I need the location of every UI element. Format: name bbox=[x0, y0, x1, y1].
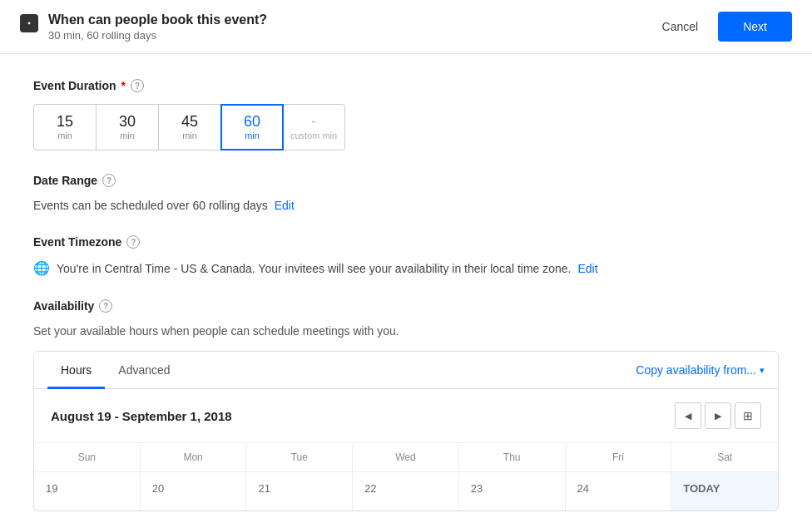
availability-label: Availability ? bbox=[33, 299, 779, 313]
calendar-prev-button[interactable]: ◀ bbox=[675, 402, 701, 429]
date-range-section: Date Range ? Events can be scheduled ove… bbox=[33, 174, 779, 212]
event-timezone-section: Event Timezone ? 🌐 You're in Central Tim… bbox=[33, 235, 779, 276]
next-button[interactable]: Next bbox=[718, 12, 792, 42]
duration-btn-30[interactable]: 30 min bbox=[96, 104, 159, 150]
date-range-text: Date Range bbox=[33, 174, 97, 187]
duration-btn-15[interactable]: 15 min bbox=[33, 104, 97, 150]
duration-45-unit: min bbox=[182, 131, 197, 141]
date-range-description: Events can be scheduled over 60 rolling … bbox=[33, 199, 268, 212]
required-indicator: * bbox=[121, 79, 126, 92]
event-timezone-help-icon[interactable]: ? bbox=[126, 235, 140, 249]
header-left: When can people book this event? 30 min,… bbox=[20, 12, 267, 42]
date-range-label: Date Range ? bbox=[33, 174, 779, 187]
duration-30-unit: min bbox=[120, 131, 135, 141]
main-content: Event Duration * ? 15 min 30 min 45 min … bbox=[0, 54, 812, 513]
page-subtitle: 30 min, 60 rolling days bbox=[48, 29, 267, 42]
date-cell-today[interactable]: TODAY bbox=[671, 472, 778, 511]
availability-section: Availability ? Set your available hours … bbox=[33, 299, 779, 511]
calendar-days-header: Sun Mon Tue Wed Thu Fri Sat bbox=[34, 443, 778, 472]
calendar-grid: Sun Mon Tue Wed Thu Fri Sat 19 20 21 22 … bbox=[34, 443, 778, 511]
calendar-title: August 19 - September 1, 2018 bbox=[51, 409, 232, 423]
timezone-edit-link[interactable]: Edit bbox=[577, 262, 597, 275]
cancel-button[interactable]: Cancel bbox=[652, 13, 709, 40]
duration-btn-45[interactable]: 45 min bbox=[158, 104, 221, 150]
duration-custom-unit: custom min bbox=[290, 131, 337, 141]
event-timezone-label: Event Timezone ? bbox=[33, 235, 779, 249]
availability-help-icon[interactable]: ? bbox=[99, 299, 112, 313]
date-cell-20[interactable]: 20 bbox=[141, 472, 247, 511]
chevron-down-icon: ▾ bbox=[760, 365, 765, 376]
date-cell-21[interactable]: 21 bbox=[246, 472, 353, 511]
event-duration-section: Event Duration * ? 15 min 30 min 45 min … bbox=[33, 79, 779, 150]
calendar-grid-button[interactable]: ⊞ bbox=[735, 402, 761, 429]
day-header-fri: Fri bbox=[566, 443, 672, 471]
availability-description: Set your available hours when people can… bbox=[33, 324, 779, 338]
day-header-wed: Wed bbox=[353, 443, 459, 471]
availability-text: Availability bbox=[33, 299, 94, 313]
page-title: When can people book this event? bbox=[48, 12, 267, 27]
tab-advanced[interactable]: Advanced bbox=[105, 352, 183, 389]
date-cell-19[interactable]: 19 bbox=[34, 472, 141, 511]
event-icon bbox=[20, 14, 38, 32]
day-header-tue: Tue bbox=[246, 443, 353, 471]
event-duration-help-icon[interactable]: ? bbox=[131, 79, 144, 92]
date-cell-22[interactable]: 22 bbox=[353, 472, 459, 511]
duration-custom-value: - bbox=[311, 114, 316, 131]
duration-15-value: 15 bbox=[57, 114, 73, 131]
date-range-help-icon[interactable]: ? bbox=[102, 174, 116, 187]
day-header-mon: Mon bbox=[141, 443, 247, 471]
availability-tabs-card: Hours Advanced Copy availability from...… bbox=[33, 351, 779, 511]
globe-icon: 🌐 bbox=[33, 260, 50, 276]
duration-btn-60[interactable]: 60 min bbox=[220, 104, 284, 150]
duration-60-value: 60 bbox=[244, 114, 260, 131]
timezone-description: You're in Central Time - US & Canada. Yo… bbox=[57, 262, 571, 275]
event-duration-label: Event Duration * ? bbox=[33, 79, 779, 92]
header-title-block: When can people book this event? 30 min,… bbox=[48, 12, 267, 42]
duration-btn-custom[interactable]: - custom min bbox=[282, 104, 345, 150]
tab-hours[interactable]: Hours bbox=[47, 352, 105, 389]
tab-advanced-label: Advanced bbox=[118, 363, 170, 377]
copy-availability-button[interactable]: Copy availability from... ▾ bbox=[636, 352, 765, 388]
page-header: When can people book this event? 30 min,… bbox=[0, 0, 812, 54]
header-actions: Cancel Next bbox=[652, 12, 792, 42]
date-range-edit-link[interactable]: Edit bbox=[275, 199, 295, 212]
calendar-header: August 19 - September 1, 2018 ◀ ▶ ⊞ bbox=[34, 389, 778, 443]
duration-15-unit: min bbox=[57, 131, 72, 141]
date-range-info: Events can be scheduled over 60 rolling … bbox=[33, 199, 779, 212]
timezone-info: 🌐 You're in Central Time - US & Canada. … bbox=[33, 260, 779, 276]
duration-buttons-group: 15 min 30 min 45 min 60 min - custom min bbox=[33, 104, 779, 150]
day-header-sun: Sun bbox=[34, 443, 141, 471]
tab-hours-label: Hours bbox=[61, 363, 92, 377]
calendar-dates-row: 19 20 21 22 23 24 TODAY bbox=[34, 472, 778, 511]
copy-availability-label: Copy availability from... bbox=[636, 363, 756, 377]
today-label: TODAY bbox=[683, 482, 720, 495]
calendar-navigation: ◀ ▶ ⊞ bbox=[675, 402, 761, 429]
tabs-header: Hours Advanced Copy availability from...… bbox=[34, 352, 778, 389]
duration-60-unit: min bbox=[245, 131, 260, 141]
date-cell-23[interactable]: 23 bbox=[459, 472, 566, 511]
day-header-thu: Thu bbox=[459, 443, 566, 471]
day-header-sat: Sat bbox=[671, 443, 778, 471]
date-cell-24[interactable]: 24 bbox=[566, 472, 672, 511]
duration-45-value: 45 bbox=[181, 114, 198, 131]
event-duration-text: Event Duration bbox=[33, 79, 116, 92]
event-timezone-text: Event Timezone bbox=[33, 235, 121, 249]
duration-30-value: 30 bbox=[119, 114, 136, 131]
calendar-next-button[interactable]: ▶ bbox=[705, 402, 731, 429]
